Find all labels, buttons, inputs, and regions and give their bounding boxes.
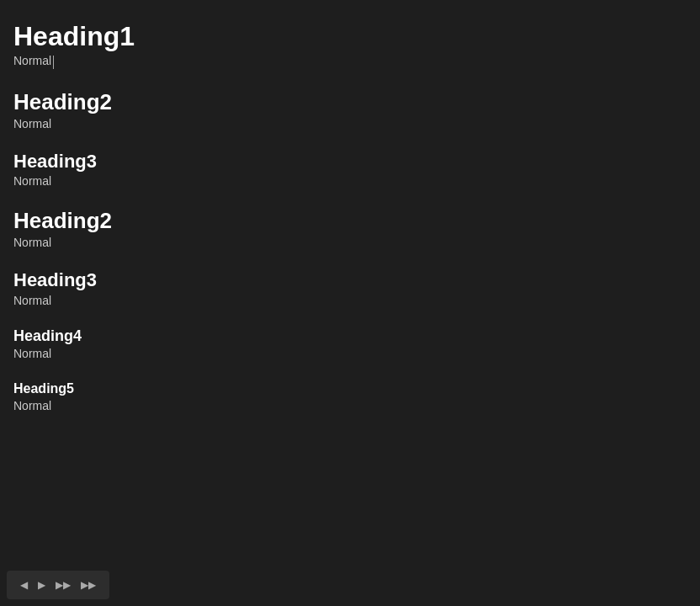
heading-text-heading1[interactable]: Heading1 xyxy=(13,13,687,52)
heading-item-heading3a: Heading3Normal xyxy=(13,144,687,198)
heading-text-heading2b[interactable]: Heading2 xyxy=(13,201,687,234)
normal-label-heading2b: Normal xyxy=(13,236,687,249)
heading-item-heading1: Heading1Normal xyxy=(13,13,687,79)
content-list: Heading1NormalHeading2NormalHeading3Norm… xyxy=(13,13,687,426)
toolbar-forward-button[interactable]: ▶ xyxy=(34,577,49,593)
normal-label-heading2a: Normal xyxy=(13,117,687,130)
toolbar-end-button[interactable]: ▶▶ xyxy=(77,577,99,593)
normal-label-heading5: Normal xyxy=(13,399,687,412)
toolbar-fast-forward-button[interactable]: ▶▶ xyxy=(52,577,74,593)
heading-text-heading4[interactable]: Heading4 xyxy=(13,321,687,346)
heading-item-heading3b: Heading3Normal xyxy=(13,263,687,316)
heading-item-heading5: Heading5Normal xyxy=(13,374,687,422)
heading-item-heading2a: Heading2Normal xyxy=(13,82,687,141)
normal-label-heading1: Normal xyxy=(13,54,687,68)
bottom-toolbar: ◀ ▶ ▶▶ ▶▶ xyxy=(7,571,109,599)
heading-text-heading5[interactable]: Heading5 xyxy=(13,374,687,396)
normal-label-heading4: Normal xyxy=(13,347,687,360)
toolbar-back-button[interactable]: ◀ xyxy=(17,577,31,593)
normal-label-heading3b: Normal xyxy=(13,294,687,307)
normal-label-heading3a: Normal xyxy=(13,174,687,188)
heading-text-heading3a[interactable]: Heading3 xyxy=(13,144,687,173)
heading-item-heading4: Heading4Normal xyxy=(13,321,687,371)
heading-text-heading2a[interactable]: Heading2 xyxy=(13,82,687,115)
heading-text-heading3b[interactable]: Heading3 xyxy=(13,263,687,291)
heading-item-heading2b: Heading2Normal xyxy=(13,201,687,259)
text-cursor xyxy=(53,56,54,69)
